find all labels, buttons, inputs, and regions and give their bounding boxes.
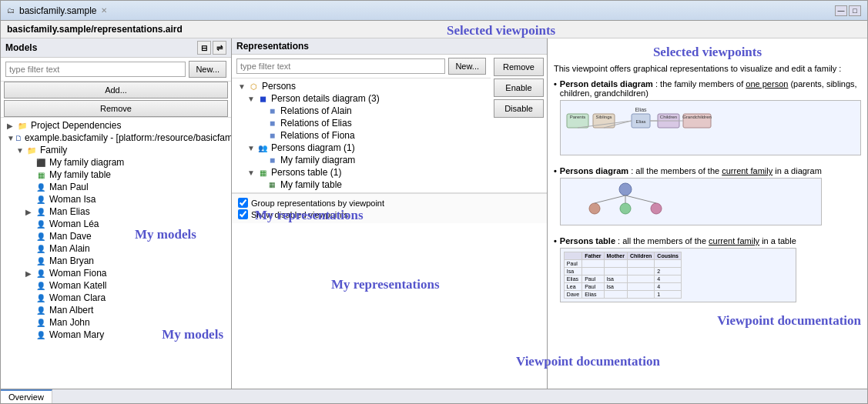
table-th-name	[564, 252, 581, 260]
bullet-underline-3: current family	[709, 236, 759, 245]
representations-remove-button[interactable]: Remove	[494, 58, 544, 76]
panel-header-icons: ⊟ ⇌	[197, 41, 226, 55]
tree-item-woman-lea[interactable]: 👤 Woman Léa	[1, 218, 231, 230]
tree-label-man-john: Man John	[49, 317, 90, 328]
tree-item-my-fam-table[interactable]: ▦ My family table	[1, 169, 231, 181]
bullet-content-2: Persons diagram : all the members of the…	[560, 166, 822, 230]
tree-item-man-dave[interactable]: 👤 Man Dave	[1, 230, 231, 242]
tree-item-family[interactable]: ▼ 📁 Family	[1, 144, 231, 156]
spacer-5	[25, 220, 35, 229]
tree-item-man-albert[interactable]: 👤 Man Albert	[1, 304, 231, 316]
representations-filter-input[interactable]	[236, 58, 445, 74]
tree-item-man-bryan[interactable]: 👤 Man Bryan	[1, 255, 231, 267]
tree-item-woman-katell[interactable]: 👤 Woman Katell	[1, 279, 231, 292]
tree-item-woman-clara[interactable]: 👤 Woman Clara	[1, 292, 231, 304]
bullet-text-1a: : the family members of	[655, 79, 746, 88]
table-row-elias-mother: Isa	[604, 275, 627, 283]
persons-diagram-thumb	[560, 178, 822, 225]
rep-tree-label-persons-diagram: Persons diagram (1)	[271, 142, 355, 153]
spacer-13	[25, 331, 35, 339]
checkbox-group-by-viewpoint-label: Group representations by viewpoint	[251, 199, 384, 208]
collapse-all-button[interactable]: ⊟	[197, 41, 211, 55]
tree-item-woman-isa[interactable]: 👤 Woman Isa	[1, 193, 231, 205]
representations-panel-header: Representations	[232, 38, 547, 55]
window-title: basicfamily.sample	[19, 5, 96, 16]
overview-tab[interactable]: Overview	[1, 389, 52, 403]
tree-item-proj-dep[interactable]: ▶ 📁 Project Dependencies	[1, 119, 231, 132]
person-details-svg: Elias Elias Parents Siblings	[564, 104, 718, 150]
models-filter-input[interactable]	[5, 62, 186, 77]
rep-tree-item-persons-group[interactable]: ▼ ⬡ Persons	[232, 80, 491, 92]
table-icon-persons-table: ▦	[256, 167, 269, 178]
table-th-father: Father	[582, 252, 604, 260]
models-panel: Models ⊟ ⇌ New... Add... Remove ▶ 📁 P	[1, 38, 232, 389]
table-row-lea-mother: Isa	[604, 283, 627, 291]
bullet-text-3a: : all the members of the	[618, 236, 709, 245]
tree-label-woman-fiona: Woman Fiona	[49, 268, 106, 279]
rep-tree-item-rel-fiona[interactable]: ◼ Relations of Fiona	[232, 129, 491, 142]
link-editor-button[interactable]: ⇌	[213, 41, 226, 55]
tree-label-woman-clara: Woman Clara	[49, 292, 106, 303]
tree-item-woman-mary[interactable]: 👤 Woman Mary	[1, 329, 231, 341]
rep-tree-item-my-fam-table2[interactable]: ▦ My family table	[232, 179, 491, 191]
person-icon-woman-mary: 👤	[35, 329, 47, 340]
tree-item-my-fam-diag[interactable]: ⬛ My family diagram	[1, 156, 231, 169]
checkbox-group-by-viewpoint[interactable]	[238, 198, 248, 208]
minimize-button[interactable]: —	[835, 5, 847, 16]
representations-disable-button[interactable]: Disable	[494, 99, 544, 118]
checkbox-show-disabled[interactable]	[238, 209, 248, 219]
table-row-elias-cousins: 4	[655, 275, 682, 283]
table-row-lea-father: Paul	[582, 283, 604, 291]
expand-arrow-woman-fiona: ▶	[25, 269, 35, 278]
table-row-elias-name: Elias	[564, 275, 581, 283]
file-path: basicfamily.sample/representations.aird	[1, 21, 867, 38]
rep-tree-label-my-fam-diag2: My family diagram	[280, 155, 355, 165]
representations-action-buttons: Remove Enable Disable	[491, 55, 547, 192]
models-filter-row: New...	[1, 58, 231, 82]
bullet-content-1: Person details diagram : the family memb…	[560, 79, 861, 160]
representations-new-button[interactable]: New...	[448, 58, 486, 75]
table-th-mother: Mother	[604, 252, 627, 260]
rep-tree-item-persons-diagram[interactable]: ▼ 👥 Persons diagram (1)	[232, 142, 491, 154]
tree-item-man-alain[interactable]: 👤 Man Alain	[1, 242, 231, 255]
tree-label-woman-katell: Woman Katell	[49, 280, 106, 291]
checkboxes-area: Group representations by viewpoint Show …	[232, 193, 547, 223]
diagram-icon-my-fam-diag: ⬛	[35, 157, 47, 168]
rep-tree-item-person-details[interactable]: ▼ ◼ Person details diagram (3)	[232, 92, 491, 105]
bullet-item-persons-table: • Persons table : all the members of the…	[554, 236, 861, 307]
tree-item-man-elias[interactable]: ▶ 👤 Man Elias	[1, 205, 231, 218]
tree-item-woman-fiona[interactable]: ▶ 👤 Woman Fiona	[1, 267, 231, 279]
representations-top: New... ▼ ⬡ Persons ▼ ◼ Pers	[232, 55, 547, 193]
models-add-button[interactable]: Add...	[4, 82, 228, 98]
models-new-button[interactable]: New...	[189, 61, 226, 78]
main-window: 🗂 basicfamily.sample ✕ — □ basicfamily.s…	[0, 0, 868, 404]
rep-tree-item-my-fam-diag2[interactable]: ◼ My family diagram	[232, 154, 491, 166]
svg-line-21	[625, 195, 656, 203]
table-row-elias-father: Paul	[582, 275, 604, 283]
rep-tree-item-persons-table[interactable]: ▼ ▦ Persons table (1)	[232, 166, 491, 179]
bullet-underline-1: one person	[746, 79, 788, 88]
checkbox-group-by-viewpoint-row: Group representations by viewpoint	[238, 197, 541, 209]
person-icon-man-paul: 👤	[35, 182, 47, 192]
bullet-item-person-details: • Person details diagram : the family me…	[554, 79, 861, 160]
tree-item-example[interactable]: ▼ 🗋 example.basicfamily - [platform:/res…	[1, 132, 231, 144]
checkbox-show-disabled-label: Show disabled viewpoints	[251, 210, 348, 219]
selected-viewpoints-annotation: Selected viewpoints	[653, 45, 762, 59]
rep-tree-item-rel-elias[interactable]: ◼ Relations of Elias	[232, 117, 491, 129]
tree-item-man-paul[interactable]: 👤 Man Paul	[1, 181, 231, 193]
expand-arrow-proj-dep: ▶	[7, 122, 16, 130]
rep-tree-item-rel-alain[interactable]: ◼ Relations of Alain	[232, 105, 491, 117]
close-tab-icon[interactable]: ✕	[101, 6, 107, 15]
bullet-label-2: Persons diagram	[560, 166, 628, 175]
models-remove-button[interactable]: Remove	[4, 100, 228, 117]
svg-line-19	[595, 195, 625, 203]
maximize-button[interactable]: □	[849, 5, 861, 16]
tree-label-man-paul: Man Paul	[49, 182, 89, 192]
tree-item-man-john[interactable]: 👤 Man John	[1, 316, 231, 329]
bullet-dot-3: •	[554, 236, 557, 307]
spacer-2	[25, 171, 35, 179]
person-icon-woman-clara: 👤	[35, 292, 47, 303]
representations-enable-button[interactable]: Enable	[494, 78, 544, 97]
title-bar-controls: — □	[835, 5, 861, 16]
person-icon-persons-diagram: 👥	[256, 142, 269, 153]
